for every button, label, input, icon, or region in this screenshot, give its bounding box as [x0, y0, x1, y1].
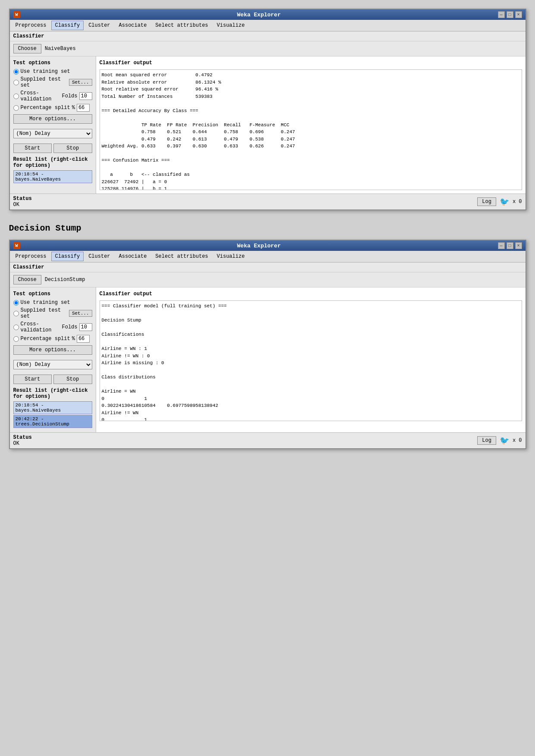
- choose-btn-2[interactable]: Choose: [13, 275, 41, 284]
- main-content-2: Test options Use training set Supplied t…: [10, 287, 526, 432]
- menu-cluster-1[interactable]: Cluster: [84, 21, 114, 30]
- weka-window-2: W Weka Explorer — □ × Preprocess Classif…: [9, 240, 526, 449]
- status-value-1: OK: [13, 202, 19, 208]
- close-btn-2[interactable]: ×: [515, 242, 522, 249]
- output-scroll-2[interactable]: === Classifier model (full training set)…: [100, 300, 522, 421]
- weka-icon-1: W: [13, 11, 20, 18]
- maximize-btn-2[interactable]: □: [507, 242, 513, 249]
- folds-input-1[interactable]: [79, 92, 92, 100]
- status-bar-1: Status OK Log 🐦 x 0: [10, 194, 526, 209]
- set-btn-1[interactable]: Set...: [69, 79, 92, 86]
- radio-cross-label-1: Cross-validation: [21, 90, 60, 102]
- page-container: W Weka Explorer — □ × Preprocess Classif…: [9, 9, 526, 449]
- classifier-row-2: Choose DecisionStump: [10, 272, 526, 287]
- menu-preprocess-1[interactable]: Preprocess: [12, 21, 50, 30]
- minimize-btn-2[interactable]: —: [498, 242, 505, 249]
- maximize-btn-1[interactable]: □: [507, 11, 513, 18]
- radio-percent-label-2: Percentage split: [21, 336, 70, 342]
- status-label-2: Status: [13, 434, 32, 440]
- radio-supplied-input-1[interactable]: [13, 80, 19, 85]
- status-label-1: Status: [13, 196, 32, 202]
- delay-dropdown-1[interactable]: (Nom) Delay: [13, 129, 92, 138]
- window-controls-2: — □ ×: [498, 242, 522, 249]
- main-content-1: Test options Use training set Supplied t…: [10, 56, 526, 194]
- radio-use-training-input-1[interactable]: [13, 69, 19, 75]
- start-btn-1[interactable]: Start: [13, 144, 52, 153]
- menu-classify-1[interactable]: Classify: [51, 21, 84, 30]
- more-options-btn-1[interactable]: More options...: [13, 114, 92, 124]
- radio-cross-input-2[interactable]: [13, 325, 19, 330]
- log-btn-2[interactable]: Log: [477, 436, 496, 445]
- action-buttons-2: Start Stop: [13, 375, 92, 384]
- radio-use-training-1[interactable]: Use training set: [13, 69, 92, 75]
- minimize-btn-1[interactable]: —: [498, 11, 505, 18]
- radio-percent-1[interactable]: Percentage split %: [13, 104, 92, 112]
- radio-use-training-label-1: Use training set: [21, 69, 70, 75]
- menu-visualize-2[interactable]: Visualize: [213, 252, 249, 261]
- output-title-2: Classifier output: [100, 291, 522, 297]
- window-titlebar-1: W Weka Explorer — □ ×: [10, 9, 526, 20]
- choose-btn-1[interactable]: Choose: [13, 44, 41, 53]
- radio-percent-2[interactable]: Percentage split %: [13, 335, 92, 343]
- x-count-1: x 0: [513, 199, 522, 205]
- classifier-row-1: Choose NaiveBayes: [10, 41, 526, 56]
- menu-associate-1[interactable]: Associate: [115, 21, 151, 30]
- radio-cross-label-2: Cross-validation: [21, 321, 60, 333]
- folds-input-2[interactable]: [79, 323, 92, 331]
- radio-supplied-2[interactable]: Supplied test set Set...: [13, 307, 92, 319]
- menu-classify-2[interactable]: Classify: [51, 252, 84, 261]
- radio-use-training-label-2: Use training set: [21, 300, 70, 306]
- delay-dropdown-2[interactable]: (Nom) Delay: [13, 360, 92, 369]
- result-item-2-1[interactable]: 20:42:22 - trees.DecisionStump: [13, 415, 92, 428]
- right-panel-2: Classifier output === Classifier model (…: [96, 287, 526, 432]
- status-right-1: Log 🐦 x 0: [477, 197, 522, 206]
- percent-sign-1: %: [72, 105, 75, 111]
- right-panel-1: Classifier output Root mean squared erro…: [96, 56, 526, 194]
- window-controls-1: — □ ×: [498, 11, 522, 18]
- output-text-1: Root mean squared error 0.4792 Relative …: [102, 72, 520, 190]
- menu-preprocess-2[interactable]: Preprocess: [12, 252, 50, 261]
- radio-use-training-input-2[interactable]: [13, 300, 19, 306]
- radio-cross-val-1[interactable]: Cross-validation Folds: [13, 90, 92, 102]
- radio-cross-input-1[interactable]: [13, 94, 19, 99]
- radio-supplied-label-2: Supplied test set: [21, 307, 67, 319]
- status-bar-2: Status OK Log 🐦 x 0: [10, 432, 526, 448]
- menu-associate-2[interactable]: Associate: [115, 252, 151, 261]
- output-title-1: Classifier output: [100, 60, 522, 66]
- output-wrapper-2: === Classifier model (full training set)…: [100, 300, 522, 421]
- radio-use-training-2[interactable]: Use training set: [13, 300, 92, 306]
- percent-input-1[interactable]: [77, 104, 90, 112]
- more-options-btn-2[interactable]: More options...: [13, 345, 92, 355]
- status-right-2: Log 🐦 x 0: [477, 436, 522, 445]
- test-options-title-2: Test options: [13, 291, 92, 297]
- menu-select-attributes-1[interactable]: Select attributes: [151, 21, 212, 30]
- test-options-title-1: Test options: [13, 60, 92, 66]
- left-panel-2: Test options Use training set Supplied t…: [10, 287, 96, 432]
- classifier-label-2: Classifier: [10, 262, 526, 272]
- menu-bar-1: Preprocess Classify Cluster Associate Se…: [10, 20, 526, 31]
- stop-btn-2[interactable]: Stop: [53, 375, 92, 384]
- set-btn-2[interactable]: Set...: [69, 310, 92, 317]
- percent-input-2[interactable]: [77, 335, 90, 343]
- radio-percent-input-2[interactable]: [13, 336, 19, 342]
- output-scroll-1[interactable]: Root mean squared error 0.4792 Relative …: [100, 69, 522, 190]
- status-value-2: OK: [13, 440, 19, 447]
- window-title-1: Weka Explorer: [20, 12, 498, 18]
- result-item-1-0[interactable]: 20:18:54 - bayes.NaiveBayes: [13, 170, 92, 183]
- log-btn-1[interactable]: Log: [477, 197, 496, 206]
- radio-percent-input-1[interactable]: [13, 105, 19, 111]
- radio-supplied-1[interactable]: Supplied test set Set...: [13, 76, 92, 88]
- result-item-2-0[interactable]: 20:18:54 - bayes.NaiveBayes: [13, 401, 92, 414]
- weka-window-1: W Weka Explorer — □ × Preprocess Classif…: [9, 9, 526, 210]
- menu-visualize-1[interactable]: Visualize: [213, 21, 249, 30]
- radio-cross-val-2[interactable]: Cross-validation Folds: [13, 321, 92, 333]
- radio-supplied-input-2[interactable]: [13, 311, 19, 316]
- menu-select-attributes-2[interactable]: Select attributes: [151, 252, 212, 261]
- stop-btn-1[interactable]: Stop: [53, 144, 92, 153]
- close-btn-1[interactable]: ×: [515, 11, 522, 18]
- result-list-title-1: Result list (right-click for options): [13, 156, 92, 169]
- bird-icon-2: 🐦: [500, 436, 509, 445]
- classifier-name-2: DecisionStump: [45, 277, 85, 283]
- start-btn-2[interactable]: Start: [13, 375, 52, 384]
- menu-cluster-2[interactable]: Cluster: [84, 252, 114, 261]
